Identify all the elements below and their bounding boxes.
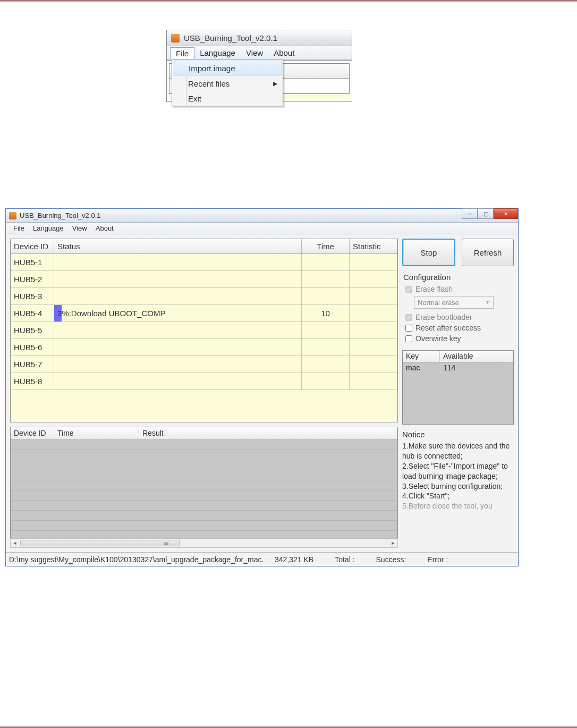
scroll-thumb[interactable] <box>20 540 180 546</box>
overwrite-key-checkbox[interactable]: Overwirte key <box>403 333 514 344</box>
stop-button[interactable]: Stop <box>402 239 455 266</box>
menu-file[interactable]: File <box>170 47 194 59</box>
col-result[interactable]: Result <box>139 427 397 439</box>
notice-line: 5.Before close the tool, you <box>402 501 514 511</box>
menu-exit[interactable]: Exit <box>172 91 283 106</box>
submenu-arrow-icon: ▶ <box>273 80 277 87</box>
key-grid: Key Available mac 114 <box>402 350 514 425</box>
close-button[interactable]: ✕ <box>494 208 518 219</box>
table-row: HUB5-43%:Download UBOOT_COMP10 <box>11 305 397 322</box>
table-row: HUB5-5 <box>11 322 397 339</box>
notice-line: 3.Select burning configuration; <box>402 481 514 492</box>
file-dropdown: Import image Recent files ▶ Exit <box>172 60 283 106</box>
horizontal-scrollbar[interactable]: ◄ ► <box>10 538 398 548</box>
app-icon <box>171 34 180 43</box>
col-status[interactable]: Status <box>54 239 302 253</box>
maximize-button[interactable]: ▢ <box>478 208 494 219</box>
menu-view[interactable]: View <box>241 47 268 58</box>
status-bar: D:\my suggest\My_compile\K100\20130327\a… <box>6 552 518 566</box>
minimize-button[interactable]: ─ <box>462 208 478 219</box>
config-title: Configuration <box>403 273 514 282</box>
scroll-left-icon[interactable]: ◄ <box>11 539 19 547</box>
col-device[interactable]: Device ID <box>11 427 54 439</box>
erase-flash-checkbox[interactable]: Erase flash <box>403 284 514 294</box>
menu-recent-files[interactable]: Recent files ▶ <box>172 76 283 91</box>
scroll-right-icon[interactable]: ► <box>389 539 397 547</box>
col-time[interactable]: Time <box>54 427 139 439</box>
notice-panel: Notice 1.Make sure the devices and the h… <box>402 430 514 520</box>
table-row: HUB5-8 <box>11 373 397 390</box>
table-row: HUB5-7 <box>11 356 397 373</box>
menu-import-image[interactable]: Import image <box>173 61 282 75</box>
window-title: USB_Burning_Tool_v2.0.1 <box>20 211 101 219</box>
notice-line: 2.Select "File"-"Import image" to load b… <box>402 461 514 481</box>
menu-language[interactable]: Language <box>29 224 68 232</box>
status-success: Success: <box>366 555 417 564</box>
table-row: mac 114 <box>403 362 513 374</box>
notice-line: 4.Click "Start"; <box>402 491 514 501</box>
grid-header: Device ID Status Time Statistic <box>11 239 397 254</box>
table-row: HUB5-2 <box>11 271 397 288</box>
col-statistic[interactable]: Statistic <box>350 239 397 253</box>
table-row: HUB5-6 <box>11 339 397 356</box>
erase-mode-select[interactable]: Normal erase ▼ <box>414 296 494 309</box>
refresh-button[interactable]: Refresh <box>462 239 514 266</box>
notice-title: Notice <box>402 430 514 439</box>
reset-after-success-checkbox[interactable]: Reset after success <box>403 323 514 333</box>
chevron-down-icon: ▼ <box>485 300 490 305</box>
titlebar: USB_Burning_Tool_v2.0.1 <box>167 30 352 46</box>
menu-about[interactable]: About <box>91 224 118 232</box>
menu-file[interactable]: File <box>9 224 29 232</box>
configuration-panel: Configuration Erase flash Normal erase ▼… <box>402 272 514 348</box>
menu-import-label: Import image <box>189 64 235 73</box>
menubar: File Language View About <box>167 46 352 60</box>
titlebar: USB_Burning_Tool_v2.0.1 ─ ▢ ✕ <box>6 209 518 223</box>
col-time[interactable]: Time <box>302 239 350 253</box>
table-row: HUB5-3 <box>11 288 397 305</box>
device-grid: Device ID Status Time Statistic HUB5-1 H… <box>10 239 398 422</box>
erase-bootloader-checkbox[interactable]: Erase bootloader <box>403 312 514 323</box>
table-row: HUB5-1 <box>11 254 397 271</box>
menu-recent-label: Recent files <box>188 79 230 88</box>
status-text: 3%:Download UBOOT_COMP <box>57 309 165 318</box>
app-icon <box>9 212 16 219</box>
screenshot-file-menu: USB_Burning_Tool_v2.0.1 File Language Vi… <box>166 30 352 102</box>
col-key[interactable]: Key <box>403 351 440 362</box>
menubar: File Language View About <box>6 223 518 234</box>
status-total: Total : <box>324 555 365 564</box>
status-error: Error : <box>417 555 459 564</box>
menu-view[interactable]: View <box>68 224 91 232</box>
window-title: USB_Burning_Tool_v2.0.1 <box>184 33 277 43</box>
menu-about[interactable]: About <box>268 47 300 58</box>
status-path: D:\my suggest\My_compile\K100\20130327\a… <box>9 555 264 564</box>
status-size: 342,321 KB <box>264 555 324 564</box>
menu-language[interactable]: Language <box>194 47 241 58</box>
notice-line: 1.Make sure the devices and the hub is c… <box>402 441 514 461</box>
col-available[interactable]: Available <box>440 351 513 362</box>
main-window: USB_Burning_Tool_v2.0.1 ─ ▢ ✕ File Langu… <box>5 208 519 566</box>
result-grid: Device ID Time Result <box>10 427 398 538</box>
menu-exit-label: Exit <box>188 94 201 103</box>
col-device[interactable]: Device ID <box>11 239 54 253</box>
